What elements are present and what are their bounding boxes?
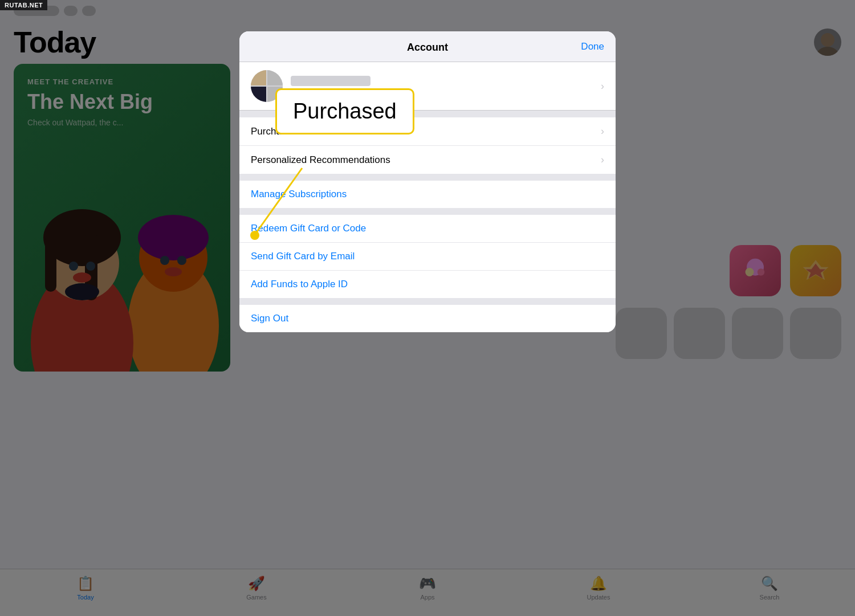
purchased-chevron: › [601, 125, 604, 137]
modal-header: Account Done [239, 31, 616, 62]
menu-section-3: Redeem Gift Card or Code Send Gift Card … [239, 215, 616, 298]
personalized-rec-label: Personalized Recommendations [251, 154, 390, 166]
add-funds-item[interactable]: Add Funds to Apple ID [239, 271, 616, 298]
section-gap-2 [239, 174, 616, 181]
sign-out-label: Sign Out [251, 313, 288, 324]
user-avatar [251, 70, 283, 102]
redeem-gift-card-label: Redeem Gift Card or Code [251, 223, 366, 234]
section-gap-1 [239, 111, 616, 117]
user-email-placeholder [291, 89, 393, 97]
manage-subscriptions-item[interactable]: Manage Subscriptions [239, 181, 616, 208]
user-info [291, 76, 593, 97]
menu-section-1: Purchased › Personalized Recommendations… [239, 117, 616, 174]
sign-out-item[interactable]: Sign Out [239, 305, 616, 332]
avatar-quad-2 [267, 70, 283, 85]
rutab-badge: RUTAB.NET [0, 0, 47, 10]
purchased-label: Purchased [251, 126, 297, 137]
account-modal: Account Done › Purchased › Personalized … [239, 31, 616, 332]
send-gift-card-label: Send Gift Card by Email [251, 251, 355, 262]
personalized-rec-menu-item[interactable]: Personalized Recommendations › [239, 146, 616, 174]
purchased-menu-item[interactable]: Purchased › [239, 117, 616, 146]
personalized-rec-chevron: › [601, 154, 604, 166]
manage-subscriptions-label: Manage Subscriptions [251, 189, 347, 200]
user-name-placeholder [291, 76, 370, 86]
menu-section-4: Sign Out [239, 305, 616, 332]
add-funds-label: Add Funds to Apple ID [251, 279, 348, 290]
user-row-chevron: › [601, 80, 604, 92]
user-row[interactable]: › [239, 62, 616, 111]
avatar-quad-3 [251, 87, 266, 102]
avatar-quad-4 [267, 87, 283, 102]
send-gift-card-item[interactable]: Send Gift Card by Email [239, 243, 616, 271]
avatar-quad-1 [251, 70, 266, 85]
redeem-gift-card-item[interactable]: Redeem Gift Card or Code [239, 215, 616, 243]
done-button[interactable]: Done [581, 41, 604, 52]
section-gap-4 [239, 298, 616, 305]
section-gap-3 [239, 208, 616, 215]
modal-title: Account [407, 42, 448, 54]
menu-section-2: Manage Subscriptions [239, 181, 616, 208]
